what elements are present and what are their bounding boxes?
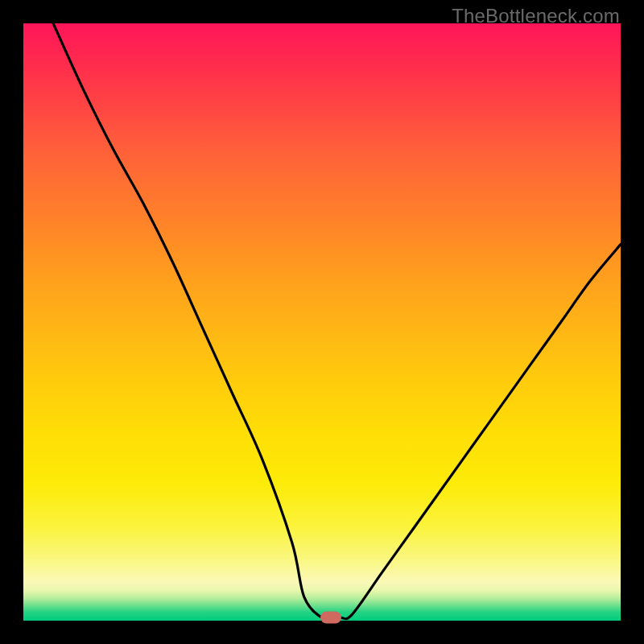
chart-frame: TheBottleneck.com (0, 0, 644, 644)
watermark-text: TheBottleneck.com (452, 5, 620, 27)
minimum-marker (320, 612, 341, 624)
bottleneck-curve (23, 23, 621, 621)
plot-area (23, 23, 621, 621)
